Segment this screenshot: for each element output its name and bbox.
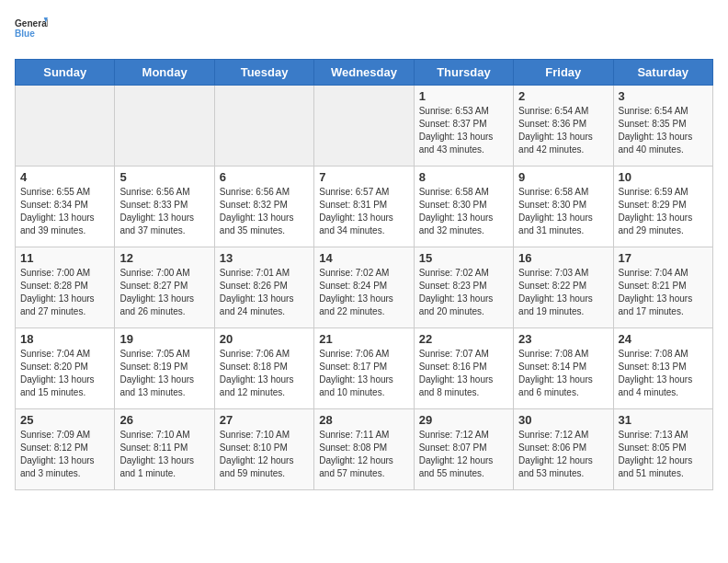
day-info: Sunrise: 6:54 AM Sunset: 8:35 PM Dayligh…	[619, 105, 708, 156]
day-info: Sunrise: 7:07 AM Sunset: 8:16 PM Dayligh…	[419, 348, 508, 399]
calendar-day-cell: 8Sunrise: 6:58 AM Sunset: 8:30 PM Daylig…	[414, 167, 513, 247]
day-info: Sunrise: 7:04 AM Sunset: 8:21 PM Dayligh…	[619, 267, 708, 318]
day-info: Sunrise: 7:01 AM Sunset: 8:26 PM Dayligh…	[220, 267, 309, 318]
weekday-header: Monday	[115, 60, 214, 86]
day-info: Sunrise: 6:53 AM Sunset: 8:37 PM Dayligh…	[419, 105, 508, 156]
day-info: Sunrise: 7:03 AM Sunset: 8:22 PM Dayligh…	[518, 267, 608, 318]
logo-svg: General Blue	[15, 15, 48, 48]
day-info: Sunrise: 6:56 AM Sunset: 8:33 PM Dayligh…	[119, 186, 209, 237]
calendar-day-cell: 14Sunrise: 7:02 AM Sunset: 8:24 PM Dayli…	[314, 247, 414, 328]
calendar-day-cell: 7Sunrise: 6:57 AM Sunset: 8:31 PM Daylig…	[314, 167, 414, 247]
day-info: Sunrise: 7:04 AM Sunset: 8:20 PM Dayligh…	[20, 348, 109, 399]
day-number: 15	[419, 251, 508, 265]
calendar-day-cell: 21Sunrise: 7:06 AM Sunset: 8:17 PM Dayli…	[314, 328, 414, 409]
calendar-day-cell: 6Sunrise: 6:56 AM Sunset: 8:32 PM Daylig…	[214, 167, 313, 247]
day-info: Sunrise: 7:00 AM Sunset: 8:27 PM Dayligh…	[119, 267, 209, 318]
weekday-header: Saturday	[613, 60, 712, 86]
calendar-day-cell: 29Sunrise: 7:12 AM Sunset: 8:07 PM Dayli…	[414, 409, 513, 490]
day-info: Sunrise: 7:00 AM Sunset: 8:28 PM Dayligh…	[20, 267, 109, 318]
day-info: Sunrise: 7:05 AM Sunset: 8:19 PM Dayligh…	[119, 348, 209, 399]
day-info: Sunrise: 7:12 AM Sunset: 8:07 PM Dayligh…	[419, 429, 508, 480]
day-number: 7	[319, 170, 408, 184]
day-info: Sunrise: 7:06 AM Sunset: 8:18 PM Dayligh…	[220, 348, 309, 399]
day-info: Sunrise: 6:59 AM Sunset: 8:29 PM Dayligh…	[619, 186, 708, 237]
day-info: Sunrise: 7:06 AM Sunset: 8:17 PM Dayligh…	[319, 348, 408, 399]
calendar-day-cell: 28Sunrise: 7:11 AM Sunset: 8:08 PM Dayli…	[314, 409, 414, 490]
calendar-day-cell: 23Sunrise: 7:08 AM Sunset: 8:14 PM Dayli…	[514, 328, 613, 409]
calendar-day-cell	[16, 86, 115, 167]
calendar-day-cell: 2Sunrise: 6:54 AM Sunset: 8:36 PM Daylig…	[514, 86, 613, 167]
day-number: 9	[518, 170, 608, 184]
header: General Blue	[15, 15, 713, 48]
calendar-day-cell: 18Sunrise: 7:04 AM Sunset: 8:20 PM Dayli…	[16, 328, 115, 409]
calendar-day-cell: 31Sunrise: 7:13 AM Sunset: 8:05 PM Dayli…	[613, 409, 712, 490]
day-info: Sunrise: 6:58 AM Sunset: 8:30 PM Dayligh…	[518, 186, 608, 237]
day-number: 10	[619, 170, 708, 184]
day-info: Sunrise: 6:54 AM Sunset: 8:36 PM Dayligh…	[518, 105, 608, 156]
calendar-day-cell	[115, 86, 214, 167]
logo: General Blue	[15, 15, 48, 48]
calendar-day-cell: 19Sunrise: 7:05 AM Sunset: 8:19 PM Dayli…	[115, 328, 214, 409]
calendar-day-cell: 9Sunrise: 6:58 AM Sunset: 8:30 PM Daylig…	[514, 167, 613, 247]
calendar-day-cell: 16Sunrise: 7:03 AM Sunset: 8:22 PM Dayli…	[514, 247, 613, 328]
day-info: Sunrise: 7:08 AM Sunset: 8:14 PM Dayligh…	[518, 348, 608, 399]
svg-text:General: General	[15, 18, 48, 29]
day-number: 30	[518, 413, 608, 427]
calendar-day-cell: 5Sunrise: 6:56 AM Sunset: 8:33 PM Daylig…	[115, 167, 214, 247]
calendar-day-cell: 27Sunrise: 7:10 AM Sunset: 8:10 PM Dayli…	[214, 409, 313, 490]
day-info: Sunrise: 7:13 AM Sunset: 8:05 PM Dayligh…	[619, 429, 708, 480]
day-info: Sunrise: 6:55 AM Sunset: 8:34 PM Dayligh…	[20, 186, 109, 237]
calendar-week-row: 11Sunrise: 7:00 AM Sunset: 8:28 PM Dayli…	[16, 247, 713, 328]
day-number: 20	[220, 332, 309, 346]
day-number: 5	[119, 170, 209, 184]
day-info: Sunrise: 7:08 AM Sunset: 8:13 PM Dayligh…	[619, 348, 708, 399]
calendar-day-cell: 3Sunrise: 6:54 AM Sunset: 8:35 PM Daylig…	[613, 86, 712, 167]
calendar-day-cell: 25Sunrise: 7:09 AM Sunset: 8:12 PM Dayli…	[16, 409, 115, 490]
day-info: Sunrise: 6:58 AM Sunset: 8:30 PM Dayligh…	[419, 186, 508, 237]
calendar-day-cell: 22Sunrise: 7:07 AM Sunset: 8:16 PM Dayli…	[414, 328, 513, 409]
calendar-day-cell: 10Sunrise: 6:59 AM Sunset: 8:29 PM Dayli…	[613, 167, 712, 247]
day-info: Sunrise: 7:09 AM Sunset: 8:12 PM Dayligh…	[20, 429, 109, 480]
day-number: 13	[220, 251, 309, 265]
day-number: 3	[619, 89, 708, 103]
day-number: 6	[220, 170, 309, 184]
day-number: 8	[419, 170, 508, 184]
day-number: 14	[319, 251, 408, 265]
day-number: 2	[518, 89, 608, 103]
calendar-week-row: 1Sunrise: 6:53 AM Sunset: 8:37 PM Daylig…	[16, 86, 713, 167]
calendar-header-row: SundayMondayTuesdayWednesdayThursdayFrid…	[16, 60, 713, 86]
day-number: 25	[20, 413, 109, 427]
day-number: 19	[119, 332, 209, 346]
day-info: Sunrise: 7:10 AM Sunset: 8:10 PM Dayligh…	[220, 429, 309, 480]
day-number: 31	[619, 413, 708, 427]
calendar-day-cell: 15Sunrise: 7:02 AM Sunset: 8:23 PM Dayli…	[414, 247, 513, 328]
day-number: 22	[419, 332, 508, 346]
calendar-table: SundayMondayTuesdayWednesdayThursdayFrid…	[15, 59, 713, 490]
day-number: 21	[319, 332, 408, 346]
day-info: Sunrise: 6:57 AM Sunset: 8:31 PM Dayligh…	[319, 186, 408, 237]
weekday-header: Friday	[514, 60, 613, 86]
day-number: 11	[20, 251, 109, 265]
day-number: 26	[119, 413, 209, 427]
calendar-day-cell: 11Sunrise: 7:00 AM Sunset: 8:28 PM Dayli…	[16, 247, 115, 328]
day-number: 24	[619, 332, 708, 346]
day-number: 16	[518, 251, 608, 265]
day-number: 18	[20, 332, 109, 346]
calendar-day-cell	[214, 86, 313, 167]
day-info: Sunrise: 7:11 AM Sunset: 8:08 PM Dayligh…	[319, 429, 408, 480]
calendar-day-cell: 30Sunrise: 7:12 AM Sunset: 8:06 PM Dayli…	[514, 409, 613, 490]
day-number: 12	[119, 251, 209, 265]
day-info: Sunrise: 7:02 AM Sunset: 8:23 PM Dayligh…	[419, 267, 508, 318]
calendar-week-row: 18Sunrise: 7:04 AM Sunset: 8:20 PM Dayli…	[16, 328, 713, 409]
day-info: Sunrise: 7:12 AM Sunset: 8:06 PM Dayligh…	[518, 429, 608, 480]
day-number: 4	[20, 170, 109, 184]
calendar-day-cell: 17Sunrise: 7:04 AM Sunset: 8:21 PM Dayli…	[613, 247, 712, 328]
calendar-day-cell: 13Sunrise: 7:01 AM Sunset: 8:26 PM Dayli…	[214, 247, 313, 328]
weekday-header: Thursday	[414, 60, 513, 86]
calendar-week-row: 25Sunrise: 7:09 AM Sunset: 8:12 PM Dayli…	[16, 409, 713, 490]
day-number: 23	[518, 332, 608, 346]
day-info: Sunrise: 7:02 AM Sunset: 8:24 PM Dayligh…	[319, 267, 408, 318]
calendar-day-cell: 4Sunrise: 6:55 AM Sunset: 8:34 PM Daylig…	[16, 167, 115, 247]
calendar-day-cell	[314, 86, 414, 167]
day-number: 27	[220, 413, 309, 427]
